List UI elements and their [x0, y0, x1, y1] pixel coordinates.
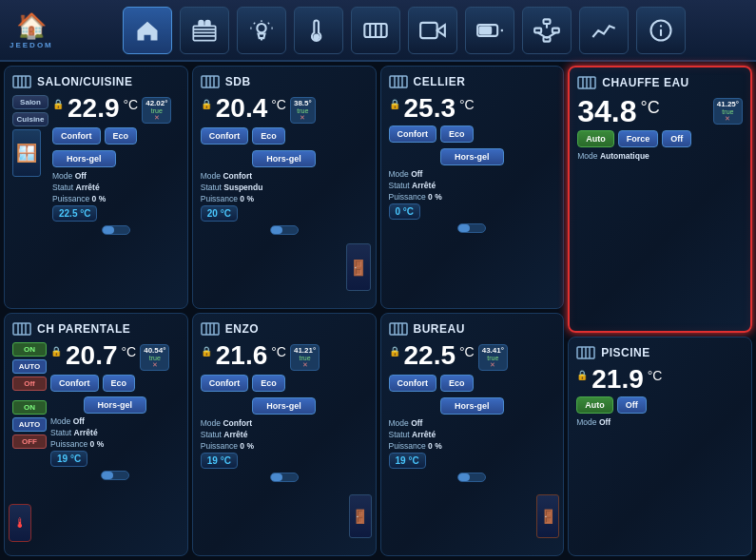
cellier-slider[interactable]: [389, 223, 556, 233]
horsgel-button[interactable]: Hors-gel: [84, 396, 147, 414]
radiator-icon: [201, 319, 220, 338]
lock-icon: 🔒: [389, 99, 400, 109]
confort-button[interactable]: Confort: [389, 375, 437, 392]
chauffe-eau-temp-badge: 41.25° true ✕: [713, 98, 743, 125]
svg-rect-7: [421, 22, 438, 37]
zone-card-ch-parentale: CH PARENTALE ON AUTO Off ON AUTO OFF 🔒 2…: [4, 313, 188, 556]
svg-rect-9: [480, 27, 492, 33]
zone-grid: SALON/CUISINE Salon Cuisine 🪟 🔒 22.9 °C …: [0, 62, 756, 560]
eco-button[interactable]: Eco: [252, 375, 285, 392]
confort-button[interactable]: Confort: [389, 126, 437, 143]
sdb-puissance: Puissance 0 %: [201, 194, 368, 203]
enzo-slider[interactable]: [201, 473, 368, 482]
eco-button[interactable]: Eco: [440, 126, 474, 143]
sdb-temp-unit: °C: [271, 97, 286, 112]
chauffe-eau-mode-buttons: Auto Force Off: [577, 130, 743, 147]
confort-button[interactable]: Confort: [201, 127, 249, 145]
radiator-icon: [389, 72, 408, 91]
enzo-temp-unit: °C: [271, 344, 286, 359]
off-button[interactable]: Off: [12, 377, 47, 391]
auto-button[interactable]: AUTO: [12, 359, 47, 374]
on-button-2[interactable]: ON: [12, 400, 47, 415]
thermometer-icon: 🌡: [9, 504, 31, 542]
svg-line-16: [547, 32, 555, 38]
salon-temp: 22.9: [68, 95, 120, 122]
cellier-zone-name: CELLIER: [414, 75, 466, 88]
chauffe-eau-temp-unit: °C: [641, 98, 660, 118]
on-button[interactable]: ON: [12, 342, 47, 357]
sdb-temp-badge: 38.5° true ✕: [290, 97, 316, 124]
ch-parentale-current-temp: 19 °C: [50, 451, 87, 467]
nav-garage-button[interactable]: [180, 7, 229, 54]
piscine-temp-row: 🔒 21.9 °C: [576, 366, 744, 393]
bureau-temp-unit: °C: [459, 344, 475, 359]
ch-parentale-temp-unit: °C: [122, 344, 137, 359]
nav-light-button[interactable]: [237, 7, 286, 54]
sdb-slider[interactable]: [201, 225, 368, 235]
confort-button[interactable]: Confort: [50, 375, 99, 392]
salon-mode-buttons: Confort Eco: [52, 127, 180, 145]
nav-home-button[interactable]: [123, 7, 172, 54]
bureau-temp: 22.5: [404, 342, 456, 369]
lock-icon: 🔒: [201, 346, 212, 357]
salon-slider[interactable]: [52, 225, 180, 235]
nav-battery-button[interactable]: [465, 7, 514, 54]
horsgel-button[interactable]: Hors-gel: [252, 150, 316, 167]
chauffe-eau-temp-row: 34.8 °C 41.25° true ✕: [577, 96, 743, 126]
enzo-header: ENZO: [201, 319, 368, 338]
sdb-zone-name: SDB: [225, 75, 251, 88]
logo-text: JEEDOM: [10, 41, 53, 49]
eco-button[interactable]: Eco: [103, 375, 136, 392]
horsgel-button[interactable]: Hors-gel: [440, 148, 504, 165]
piscine-mode: Mode Off: [576, 417, 744, 427]
off-button[interactable]: Off: [617, 396, 647, 414]
chauffe-eau-zone-name: CHAUFFE EAU: [602, 76, 689, 89]
horsgel-button[interactable]: Hors-gel: [440, 397, 504, 415]
eco-button[interactable]: Eco: [105, 127, 138, 145]
salon-button[interactable]: Salon: [12, 95, 48, 109]
eco-button[interactable]: Eco: [252, 127, 285, 145]
piscine-mode-buttons: Auto Off: [576, 396, 744, 414]
bureau-slider[interactable]: [389, 473, 556, 482]
sdb-temp: 20.4: [216, 95, 268, 122]
window-icon: 🪟: [12, 129, 41, 177]
nav-network-button[interactable]: [522, 7, 572, 54]
cellier-temp: 25.3: [404, 95, 456, 122]
auto-button[interactable]: Auto: [576, 396, 613, 414]
ch-parentale-statut: Statut Arrêté: [50, 428, 180, 437]
nav-chart-button[interactable]: [579, 7, 629, 54]
enzo-temp: 21.6: [216, 342, 268, 369]
svg-point-1: [258, 24, 266, 32]
radiator-icon: [12, 72, 31, 91]
off-button[interactable]: Off: [662, 130, 691, 147]
cellier-statut: Statut Arrêté: [389, 181, 556, 190]
cuisine-button[interactable]: Cuisine: [12, 112, 48, 126]
horsgel-button[interactable]: Hors-gel: [52, 150, 116, 167]
svg-point-19: [661, 25, 662, 26]
auto-button[interactable]: Auto: [577, 130, 614, 147]
salon-temp-unit: °C: [124, 97, 139, 112]
ch-parentale-slider[interactable]: [50, 471, 180, 480]
radiator-icon: [576, 343, 595, 362]
nav-camera-button[interactable]: [408, 7, 457, 54]
confort-button[interactable]: Confort: [201, 375, 249, 392]
enzo-zone-name: ENZO: [225, 322, 259, 336]
enzo-puissance: Puissance 0 %: [201, 441, 368, 451]
force-button[interactable]: Force: [618, 130, 659, 147]
top-navigation: 🏠 JEEDOM: [0, 0, 756, 62]
auto-button-2[interactable]: AUTO: [12, 417, 47, 432]
off-button-2[interactable]: OFF: [12, 434, 47, 449]
eco-button[interactable]: Eco: [440, 375, 474, 392]
salon-statut: Statut Arrêté: [52, 183, 180, 192]
enzo-temp-badge: 41.21° true ✕: [290, 344, 320, 371]
house-icon: 🏠: [16, 11, 47, 41]
confort-button[interactable]: Confort: [52, 127, 101, 145]
nav-radiator-button[interactable]: [351, 7, 400, 54]
nav-info-button[interactable]: [636, 7, 686, 54]
door-icon: 🚪: [349, 494, 372, 538]
lock-icon: 🔒: [52, 99, 64, 109]
horsgel-button[interactable]: Hors-gel: [252, 397, 316, 415]
cellier-mode-buttons: Confort Eco: [389, 126, 556, 143]
nav-thermo-button[interactable]: [294, 7, 343, 54]
zone-card-salon: SALON/CUISINE Salon Cuisine 🪟 🔒 22.9 °C …: [4, 66, 188, 309]
